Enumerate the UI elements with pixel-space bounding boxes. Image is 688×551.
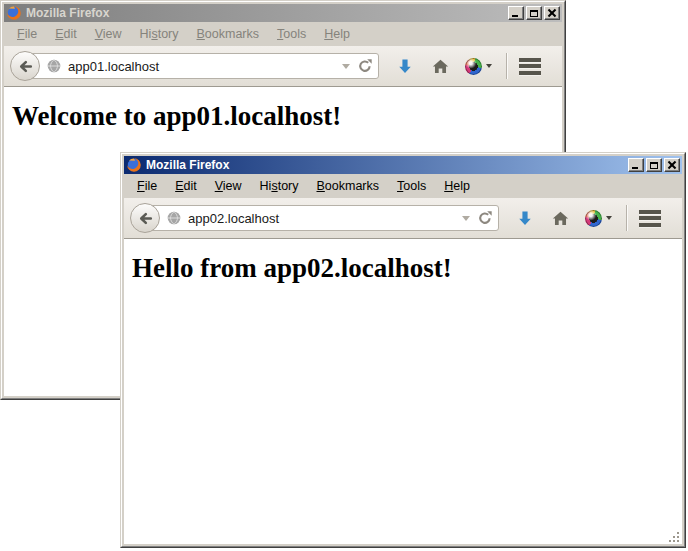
menu-item-view[interactable]: View xyxy=(86,25,131,43)
colorwheel-addon-icon[interactable] xyxy=(465,58,482,75)
minimize-button[interactable] xyxy=(628,158,644,172)
close-icon xyxy=(667,161,677,170)
back-button[interactable] xyxy=(10,51,40,81)
resize-grip[interactable] xyxy=(668,530,681,543)
menu-hamburger-icon[interactable] xyxy=(519,58,541,75)
urlbar-dropdown-icon[interactable] xyxy=(342,64,350,69)
site-identity-globe-icon[interactable] xyxy=(166,210,182,226)
menu-item-file[interactable]: File xyxy=(128,177,166,195)
maximize-icon xyxy=(650,162,658,169)
maximize-button[interactable] xyxy=(526,6,542,20)
menu-item-edit[interactable]: Edit xyxy=(166,177,206,195)
addon-dropdown-caret-icon[interactable] xyxy=(486,64,492,68)
navigation-toolbar: app02.localhost xyxy=(124,198,682,239)
back-button[interactable] xyxy=(130,203,160,233)
menu-item-bookmarks[interactable]: Bookmarks xyxy=(188,25,269,43)
url-bar[interactable]: app02.localhost xyxy=(147,205,499,231)
menu-hamburger-icon[interactable] xyxy=(639,210,661,227)
back-arrow-icon xyxy=(137,210,154,227)
addon-dropdown-caret-icon[interactable] xyxy=(606,216,612,220)
menu-bar: FileEditViewHistoryBookmarksToolsHelp xyxy=(124,174,682,198)
window-controls xyxy=(626,158,680,172)
url-text[interactable]: app02.localhost xyxy=(188,211,458,226)
menu-item-history[interactable]: History xyxy=(131,25,188,43)
home-icon[interactable] xyxy=(552,210,569,227)
minimize-button[interactable] xyxy=(508,6,524,20)
minimize-icon xyxy=(632,167,638,169)
home-icon[interactable] xyxy=(432,58,449,75)
url-bar[interactable]: app01.localhost xyxy=(27,53,379,79)
menu-item-help[interactable]: Help xyxy=(435,177,479,195)
window-title: Mozilla Firefox xyxy=(146,158,626,172)
page-content: Hello from app02.localhost! xyxy=(124,239,682,544)
menu-item-tools[interactable]: Tools xyxy=(388,177,435,195)
download-icon[interactable] xyxy=(396,57,414,75)
maximize-icon xyxy=(530,10,538,17)
titlebar[interactable]: Mozilla Firefox xyxy=(4,4,562,22)
navigation-toolbar: app01.localhost xyxy=(4,46,562,87)
colorwheel-addon-icon[interactable] xyxy=(585,210,602,227)
menu-item-tools[interactable]: Tools xyxy=(268,25,315,43)
firefox-logo-icon[interactable] xyxy=(126,157,142,173)
reload-icon[interactable] xyxy=(477,210,493,226)
firefox-logo-icon[interactable] xyxy=(6,5,22,21)
page-heading: Hello from app02.localhost! xyxy=(132,253,682,284)
toolbar-separator xyxy=(626,205,627,231)
menu-bar: FileEditViewHistoryBookmarksToolsHelp xyxy=(4,22,562,46)
window-controls xyxy=(506,6,560,20)
toolbar-separator xyxy=(506,53,507,79)
titlebar[interactable]: Mozilla Firefox xyxy=(124,156,682,174)
window-title: Mozilla Firefox xyxy=(26,6,506,20)
back-arrow-icon xyxy=(17,58,34,75)
page-heading: Welcome to app01.localhost! xyxy=(12,101,562,132)
minimize-icon xyxy=(512,15,518,17)
menu-item-view[interactable]: View xyxy=(206,177,251,195)
close-button[interactable] xyxy=(544,6,560,20)
menu-item-help[interactable]: Help xyxy=(315,25,359,43)
menu-item-bookmarks[interactable]: Bookmarks xyxy=(308,177,389,195)
urlbar-dropdown-icon[interactable] xyxy=(462,216,470,221)
download-icon[interactable] xyxy=(516,209,534,227)
window-frame: Mozilla Firefox FileEditViewHistoryBookm… xyxy=(121,153,685,547)
url-text[interactable]: app01.localhost xyxy=(68,59,338,74)
menu-item-edit[interactable]: Edit xyxy=(46,25,86,43)
menu-item-file[interactable]: File xyxy=(8,25,46,43)
menu-item-history[interactable]: History xyxy=(251,177,308,195)
maximize-button[interactable] xyxy=(646,158,662,172)
close-button[interactable] xyxy=(664,158,680,172)
site-identity-globe-icon[interactable] xyxy=(46,58,62,74)
reload-icon[interactable] xyxy=(357,58,373,74)
close-icon xyxy=(547,9,557,18)
browser-window-app02: Mozilla Firefox FileEditViewHistoryBookm… xyxy=(120,152,686,548)
